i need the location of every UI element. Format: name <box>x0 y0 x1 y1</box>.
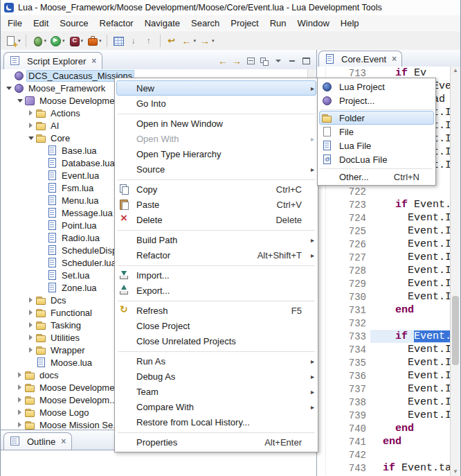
back-icon[interactable] <box>217 55 229 67</box>
maximize-icon[interactable] <box>300 55 312 67</box>
toolbar-button[interactable] <box>141 33 156 49</box>
menu-item[interactable]: Source ▸ <box>116 161 316 177</box>
tab-core-event[interactable]: Core.Event × <box>318 51 402 67</box>
expander-icon[interactable] <box>5 84 13 92</box>
menubar-item[interactable]: Search <box>186 17 225 30</box>
toolbar-button[interactable]: ▾ <box>179 33 198 49</box>
toolbar-button[interactable] <box>111 33 126 49</box>
tab-close-icon[interactable]: × <box>91 56 96 66</box>
dropdown-arrow-icon[interactable]: ▾ <box>44 38 47 44</box>
dropdown-arrow-icon[interactable]: ▾ <box>18 38 21 44</box>
menu-item[interactable]: DocLua File <box>319 152 434 166</box>
menu-item[interactable]: Restore from Local History... <box>116 414 316 430</box>
menubar-item[interactable]: Source <box>54 17 93 30</box>
menubar-item[interactable]: Refactor <box>94 17 139 30</box>
menu-item[interactable]: Close Project <box>116 318 316 333</box>
menu-item[interactable]: Refresh F5 <box>116 303 316 318</box>
toolbar-button[interactable]: ▾ <box>84 33 103 49</box>
expander-icon[interactable] <box>38 184 46 192</box>
expander-icon[interactable] <box>16 408 24 416</box>
menu-item[interactable]: Delete Delete <box>116 212 316 227</box>
toolbar-button[interactable]: ▾ <box>48 33 66 49</box>
minimize-icon[interactable] <box>286 55 298 67</box>
menu-item[interactable]: Build Path ▸ <box>116 232 316 247</box>
dropdown-arrow-icon[interactable]: ▾ <box>194 38 197 44</box>
expander-icon[interactable] <box>27 308 35 317</box>
toolbar-button[interactable] <box>126 33 141 49</box>
expander-icon[interactable] <box>38 159 46 167</box>
menu-item[interactable]: Copy Ctrl+C <box>116 182 316 197</box>
expander-icon[interactable] <box>38 258 46 267</box>
expander-icon[interactable] <box>38 233 46 242</box>
menu-item[interactable]: Folder <box>319 111 434 125</box>
menubar-item[interactable]: Run <box>264 17 292 30</box>
scroll-up-icon[interactable]: ▲ <box>451 67 460 75</box>
expander-icon[interactable] <box>27 134 35 142</box>
expander-icon[interactable] <box>38 271 46 279</box>
menu-item[interactable]: Compare With ▸ <box>116 399 316 414</box>
dropdown-arrow-icon[interactable]: ▾ <box>62 38 65 44</box>
expander-icon[interactable] <box>27 321 35 329</box>
expander-icon[interactable] <box>27 296 35 304</box>
dropdown-arrow-icon[interactable]: ▾ <box>212 38 215 44</box>
menubar-item[interactable]: Project <box>225 17 264 30</box>
menubar-item[interactable]: Navigate <box>139 17 186 30</box>
toolbar-button[interactable]: ▾ <box>66 33 85 49</box>
menu-item[interactable]: Properties Alt+Enter <box>116 434 316 450</box>
expander-icon[interactable] <box>27 121 35 130</box>
expander-icon[interactable] <box>27 358 35 367</box>
expander-icon[interactable] <box>38 171 46 179</box>
menu-item[interactable]: Team ▸ <box>116 384 316 399</box>
toolbar-button[interactable]: ▾ <box>30 33 48 49</box>
menu-item[interactable]: Open Type Hierarchy <box>116 146 316 161</box>
menu-item[interactable]: Open With ▸ <box>116 131 316 146</box>
dropdown-arrow-icon[interactable]: ▾ <box>99 38 102 44</box>
menu-item[interactable]: File <box>319 125 434 139</box>
tab-close-icon[interactable]: × <box>392 54 397 64</box>
expander-icon[interactable] <box>5 71 13 80</box>
toolbar-button[interactable]: ▾ <box>197 33 216 49</box>
menu-item[interactable]: Close Unrelated Projects <box>116 333 316 349</box>
menu-item[interactable]: New ▸ <box>116 80 316 96</box>
menu-item[interactable]: Paste Ctrl+V <box>116 197 316 212</box>
view-menu-icon[interactable] <box>272 55 284 67</box>
expander-icon[interactable] <box>16 371 24 379</box>
expander-icon[interactable] <box>38 146 46 155</box>
expander-icon[interactable] <box>27 346 35 354</box>
editor-scrollbar-thumb[interactable] <box>452 296 459 365</box>
dropdown-arrow-icon[interactable]: ▾ <box>81 38 84 44</box>
expander-icon[interactable] <box>27 333 35 342</box>
collapse-all-icon[interactable] <box>244 55 257 67</box>
menu-item[interactable]: Import... <box>116 267 316 283</box>
tab-close-icon[interactable]: × <box>61 437 66 446</box>
menu-item[interactable]: Go Into <box>116 96 316 111</box>
toolbar-button[interactable]: ▾ <box>3 33 22 49</box>
expander-icon[interactable] <box>38 221 46 229</box>
editor-scrollbar[interactable]: ▲ ▼ <box>450 67 460 476</box>
expander-icon[interactable] <box>38 196 46 204</box>
forward-icon[interactable] <box>230 55 243 67</box>
menu-item[interactable]: Debug As ▸ <box>116 369 316 384</box>
menu-item[interactable]: Refactor Alt+Shift+T ▸ <box>116 247 316 263</box>
expander-icon[interactable] <box>16 421 24 429</box>
menu-item[interactable]: Run As ▸ <box>116 353 316 369</box>
expander-icon[interactable] <box>38 283 46 292</box>
menu-item[interactable]: Lua File <box>319 139 434 152</box>
tab-script-explorer[interactable]: Script Explorer × <box>3 52 102 69</box>
expander-icon[interactable] <box>38 246 46 254</box>
expander-icon[interactable] <box>38 209 46 217</box>
menu-item[interactable]: Other... Ctrl+N <box>319 170 434 184</box>
tab-outline[interactable]: Outline × <box>3 432 72 450</box>
menu-item[interactable]: Open in New Window <box>116 116 316 131</box>
scroll-down-icon[interactable]: ▼ <box>451 468 460 476</box>
menubar-item[interactable]: Help <box>335 17 365 30</box>
toolbar-button[interactable] <box>164 33 179 49</box>
menubar-item[interactable]: Edit <box>28 17 54 30</box>
expander-icon[interactable] <box>16 396 24 404</box>
link-editor-icon[interactable] <box>258 55 271 67</box>
menubar-item[interactable]: File <box>2 17 28 30</box>
expander-icon[interactable] <box>16 383 24 391</box>
menubar-item[interactable]: Window <box>292 17 335 30</box>
menu-item[interactable]: Export... <box>116 283 316 298</box>
menu-item[interactable]: Lua Project <box>319 80 434 94</box>
